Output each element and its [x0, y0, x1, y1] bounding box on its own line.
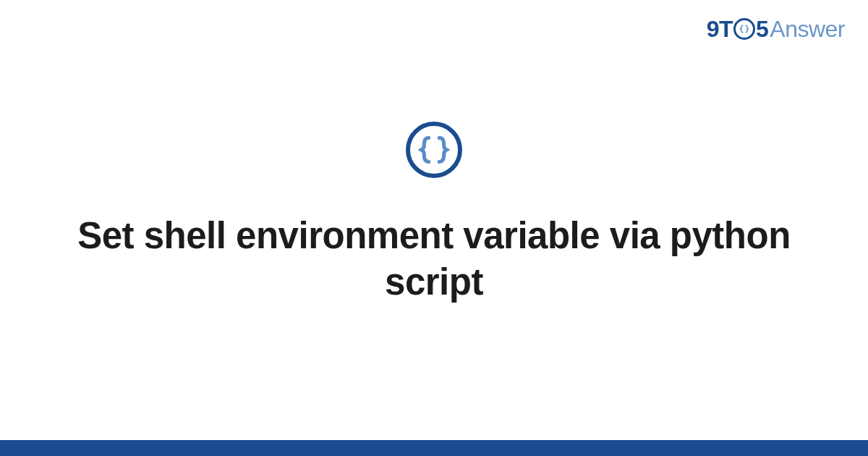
category-braces-icon: [406, 122, 462, 178]
main-content: Set shell environment variable via pytho…: [0, 0, 868, 456]
logo-text-5: 5: [756, 16, 768, 43]
logo-text-9t: 9T: [707, 16, 733, 43]
brand-logo[interactable]: 9T 5 Answer: [707, 16, 845, 43]
logo-text-answer: Answer: [770, 16, 845, 43]
footer-accent-bar: [0, 440, 868, 456]
logo-braces-icon: [733, 18, 755, 40]
page-title: Set shell environment variable via pytho…: [72, 213, 796, 305]
